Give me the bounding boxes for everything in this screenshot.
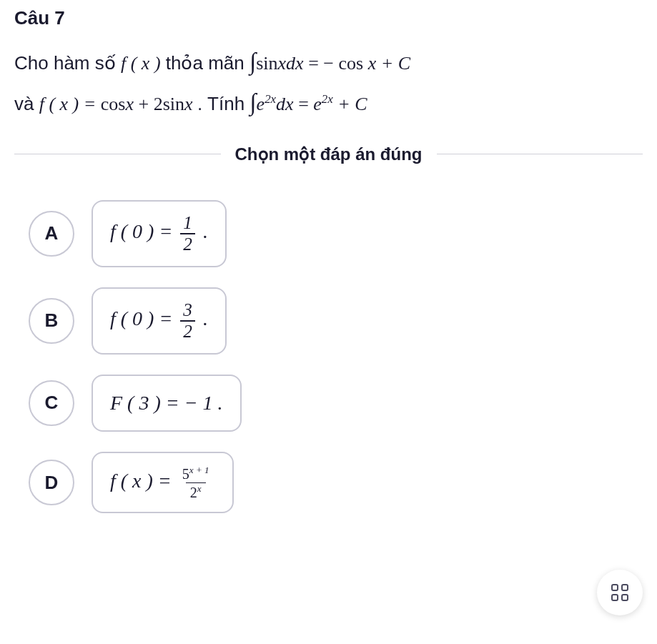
option-a-content[interactable]: f ( 0 ) = 1 2 . xyxy=(92,200,227,267)
option-d: D f ( x ) = 5x + 1 2x xyxy=(29,452,643,513)
question-part1: Cho hàm số xyxy=(14,52,121,74)
fx-expression: f ( x ) xyxy=(121,53,161,74)
option-b-content[interactable]: f ( 0 ) = 3 2 . xyxy=(92,287,227,355)
equation-3: ∫e2xdx = e2x + C xyxy=(250,94,367,114)
option-a-letter[interactable]: A xyxy=(29,211,74,257)
question-part4: . Tính xyxy=(197,93,250,114)
equation-1: ∫sinxdx = − cos x + C xyxy=(250,53,410,74)
option-c-content[interactable]: F ( 3 ) = − 1 . xyxy=(92,375,242,432)
instruction-text: Chọn một đáp án đúng xyxy=(221,144,437,164)
fx2-expression: f ( x ) = cosx + 2sinx xyxy=(39,94,197,114)
option-c-letter[interactable]: C xyxy=(29,380,74,426)
question-part3: và xyxy=(14,93,39,114)
divider-left xyxy=(14,154,221,154)
option-c: C F ( 3 ) = − 1 . xyxy=(29,375,643,432)
question-text: Cho hàm số f ( x ) thỏa mãn ∫sinxdx = − … xyxy=(14,41,643,123)
option-b: B f ( 0 ) = 3 2 . xyxy=(29,287,643,355)
option-b-letter[interactable]: B xyxy=(29,298,74,344)
question-number: Câu 7 xyxy=(14,7,643,29)
options-container: A f ( 0 ) = 1 2 . B f ( 0 ) = 3 2 . xyxy=(29,200,643,513)
fraction: 3 2 xyxy=(180,300,195,342)
option-d-letter[interactable]: D xyxy=(29,460,74,505)
option-a: A f ( 0 ) = 1 2 . xyxy=(29,200,643,267)
question-part2: thỏa mãn xyxy=(166,52,250,74)
fraction: 1 2 xyxy=(180,213,195,254)
fraction: 5x + 1 2x xyxy=(179,465,212,500)
divider-right xyxy=(437,154,643,154)
instruction-row: Chọn một đáp án đúng xyxy=(14,144,643,164)
option-d-content[interactable]: f ( x ) = 5x + 1 2x xyxy=(92,452,234,513)
